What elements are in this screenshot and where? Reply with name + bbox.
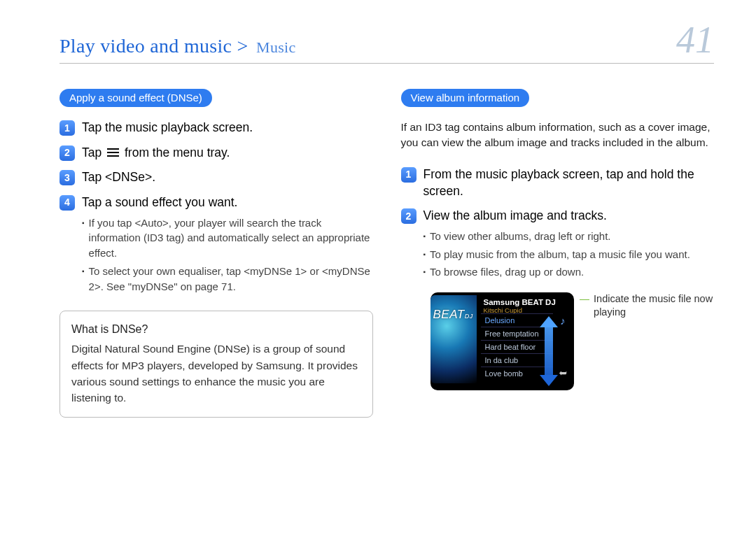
device-right-icons: ♪ ➥: [556, 315, 570, 378]
step-item: 4 Tap a sound effect you want. If you ta…: [59, 194, 373, 297]
step-text: Tap a sound effect you want. If you tap …: [82, 194, 373, 297]
step-number-badge: 1: [401, 167, 416, 183]
note-bullet: To play music from the album, tap a musi…: [424, 247, 715, 262]
step-number-badge: 4: [59, 195, 75, 211]
device-screenshot: BEATDJ Samsung BEAT DJ Kitschi Cupid Del…: [430, 292, 575, 390]
note-text: To browse files, drag up or down.: [430, 264, 584, 280]
note-bullet: To browse files, drag up or down.: [424, 264, 715, 280]
content-columns: Apply a sound effect (DNSe) 1 Tap the mu…: [59, 89, 714, 418]
step-item: 1 From the music playback screen, tap an…: [401, 166, 715, 199]
step-text: Tap <DNSe>.: [82, 169, 373, 186]
section-pill-album: View album information: [401, 89, 530, 107]
callout-text: Indicate the music file now playing: [594, 292, 714, 319]
page-number: 41: [676, 21, 714, 59]
info-title: What is DNSe?: [71, 321, 361, 338]
track-row: In da club: [481, 353, 554, 367]
device-figure: BEATDJ Samsung BEAT DJ Kitschi Cupid Del…: [430, 292, 715, 390]
album-intro: If an ID3 tag contains album information…: [401, 120, 715, 151]
now-playing-icon: ♪: [560, 315, 566, 327]
breadcrumb: Play video and music > Music: [59, 35, 296, 57]
step-text: Tap from the menu tray.: [82, 145, 373, 162]
track-row: Free temptation: [481, 327, 554, 340]
note-bullet: If you tap <Auto>, your player will sear…: [82, 215, 373, 261]
track-row: Hard beat floor: [481, 340, 554, 353]
dnse-info-box: What is DNSe? Digital Natural Sound Engi…: [59, 311, 373, 418]
device-header: Samsung BEAT DJ Kitschi Cupid: [435, 297, 570, 315]
step-number-badge: 2: [401, 208, 416, 224]
step-pre: Tap: [82, 145, 102, 159]
step-text: View the album image and tracks. To view…: [424, 208, 715, 283]
page-header: Play video and music > Music 41: [59, 21, 714, 64]
note-text: To play music from the album, tap a musi…: [430, 247, 690, 262]
step-item: 2 Tap from the menu tray.: [59, 145, 373, 162]
note-text: To view other albums, drag left or right…: [430, 229, 610, 244]
callout-leader-line: [580, 299, 589, 300]
step-main: Tap a sound effect you want.: [82, 195, 237, 209]
track-row: Delusion: [481, 313, 554, 327]
breadcrumb-sub: Music: [256, 38, 296, 56]
page-root: Play video and music > Music 41 Apply a …: [0, 0, 756, 533]
step-item: 3 Tap <DNSe>.: [59, 169, 373, 186]
step-main: View the album image and tracks.: [424, 208, 607, 222]
album-steps: 1 From the music playback screen, tap an…: [401, 166, 715, 283]
step-post: from the menu tray.: [125, 145, 230, 159]
step-number-badge: 3: [59, 170, 75, 185]
now-playing-callout: Indicate the music file now playing: [580, 292, 714, 319]
info-body: Digital Natural Sound Engine (DNSe) is a…: [71, 341, 361, 406]
track-row: Love bomb: [481, 367, 554, 380]
section-pill-dnse: Apply a sound effect (DNSe): [59, 89, 212, 107]
step-text: From the music playback screen, tap and …: [424, 166, 715, 199]
step-number-badge: 2: [59, 145, 75, 161]
device-title: Samsung BEAT DJ: [484, 298, 565, 307]
breadcrumb-main: Play video and music >: [59, 35, 248, 57]
step-item: 1 Tap the music playback screen.: [59, 120, 373, 136]
step2-notes: To view other albums, drag left or right…: [424, 229, 715, 280]
note-bullet: To select your own equaliser, tap <myDNS…: [82, 264, 373, 294]
menu-tray-icon: [107, 148, 119, 157]
note-bullet: To view other albums, drag left or right…: [424, 229, 715, 244]
left-column: Apply a sound effect (DNSe) 1 Tap the mu…: [59, 89, 373, 418]
right-column: View album information If an ID3 tag con…: [401, 89, 715, 418]
track-list: Delusion Free temptation Hard beat floor…: [481, 313, 554, 380]
note-text: If you tap <Auto>, your player will sear…: [89, 215, 373, 261]
step-item: 2 View the album image and tracks. To vi…: [401, 208, 715, 283]
back-icon: ➥: [559, 367, 567, 378]
dnse-steps: 1 Tap the music playback screen. 2 Tap f…: [59, 120, 373, 297]
step-number-badge: 1: [59, 120, 75, 136]
step-text: Tap the music playback screen.: [82, 120, 373, 136]
note-text: To select your own equaliser, tap <myDNS…: [89, 264, 373, 294]
step4-notes: If you tap <Auto>, your player will sear…: [82, 215, 373, 294]
